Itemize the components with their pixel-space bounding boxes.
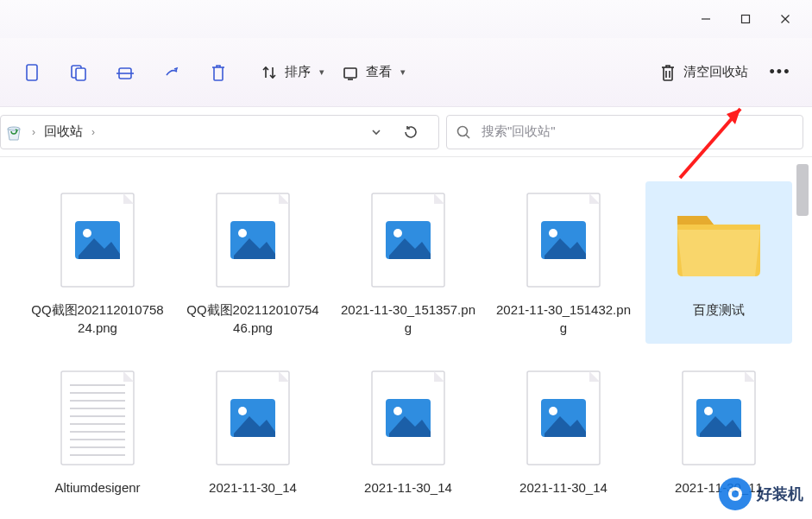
chevron-down-icon: ▾ — [319, 66, 324, 78]
file-name: 2021-11-30_151432.png — [495, 301, 632, 337]
svg-point-27 — [549, 229, 557, 237]
svg-point-18 — [83, 229, 91, 237]
svg-rect-6 — [76, 68, 85, 80]
minimize-button[interactable] — [686, 5, 726, 33]
file-item[interactable]: 2021-11-30_14 — [179, 359, 326, 503]
close-button[interactable] — [765, 5, 805, 33]
breadcrumb[interactable]: 回收站 › — [44, 123, 95, 140]
folder-thumbnail-icon — [667, 188, 771, 292]
file-name: QQ截图20211201075824.png — [29, 301, 166, 337]
svg-point-47 — [549, 407, 557, 415]
titlebar — [0, 0, 812, 38]
text-thumbnail-icon — [46, 366, 149, 470]
scrollbar-thumb[interactable] — [796, 164, 809, 216]
image-thumbnail-icon — [667, 366, 771, 470]
image-thumbnail-icon — [201, 188, 305, 292]
chevron-down-icon: ▾ — [400, 66, 406, 78]
chevron-right-icon: › — [91, 126, 95, 138]
file-item[interactable]: Altiumdesigenr — [24, 359, 171, 503]
svg-point-50 — [704, 407, 713, 415]
empty-recycle-label: 清空回收站 — [683, 64, 748, 80]
svg-point-14 — [458, 126, 468, 136]
crumb-label: 回收站 — [44, 123, 83, 140]
more-button[interactable]: ••• — [757, 55, 803, 90]
image-thumbnail-icon — [356, 188, 460, 292]
watermark: 好装机 — [719, 478, 803, 510]
view-icon — [342, 64, 359, 81]
rename-button[interactable] — [148, 55, 195, 90]
maximize-button[interactable] — [726, 5, 765, 33]
file-name: 2021-11-30_14 — [209, 478, 297, 497]
content-area: QQ截图20211201075824.png QQ截图2021120107544… — [0, 157, 812, 519]
search-icon — [456, 124, 471, 140]
svg-rect-9 — [344, 68, 356, 78]
svg-point-21 — [238, 229, 247, 237]
file-item[interactable]: QQ截图20211201075446.png — [179, 181, 326, 344]
paste-icon — [116, 63, 135, 82]
empty-recycle-bin-button[interactable]: 清空回收站 — [651, 55, 757, 90]
cut-button[interactable] — [9, 55, 55, 90]
svg-rect-4 — [27, 65, 37, 80]
image-thumbnail-icon — [512, 366, 615, 470]
watermark-text: 好装机 — [757, 484, 803, 504]
file-item[interactable]: QQ截图20211201075824.png — [24, 181, 171, 344]
trash-icon — [210, 63, 227, 82]
view-button[interactable]: 查看 ▾ — [333, 55, 414, 90]
rename-icon — [162, 63, 181, 82]
more-icon: ••• — [770, 63, 791, 81]
sort-button[interactable]: 排序 ▾ — [252, 55, 333, 90]
trash-icon — [659, 63, 677, 82]
nav-row: › 回收站 › 搜索"回收站" — [0, 107, 812, 157]
explorer-window: 排序 ▾ 查看 ▾ 清空回收站 ••• › 回收站 — [0, 0, 812, 519]
search-box[interactable]: 搜索"回收站" — [446, 115, 803, 149]
svg-line-15 — [466, 135, 469, 138]
view-label: 查看 — [366, 64, 392, 80]
sort-label: 排序 — [285, 64, 311, 80]
svg-point-41 — [238, 407, 247, 415]
copy-icon — [69, 63, 88, 82]
image-thumbnail-icon — [356, 366, 460, 470]
delete-button[interactable] — [195, 55, 242, 90]
paste-button[interactable] — [102, 55, 148, 90]
image-thumbnail-icon — [201, 366, 305, 470]
file-name: Altiumdesigenr — [54, 478, 140, 497]
cut-icon — [23, 63, 41, 82]
file-name: QQ截图20211201075446.png — [185, 301, 321, 337]
file-item[interactable]: 2021-11-30_151357.png — [335, 181, 482, 344]
file-item[interactable]: 2021-11-30_151432.png — [490, 181, 637, 344]
file-name: 2021-11-30_14 — [364, 478, 452, 497]
image-thumbnail-icon — [46, 188, 149, 292]
chevron-right-icon: › — [32, 126, 35, 138]
file-item[interactable]: 2021-11-30_14 — [335, 359, 482, 503]
search-placeholder: 搜索"回收站" — [482, 123, 556, 140]
svg-point-24 — [393, 229, 402, 237]
image-thumbnail-icon — [512, 188, 615, 292]
recycle-bin-icon — [4, 123, 23, 142]
refresh-button[interactable] — [397, 118, 425, 146]
watermark-logo-icon — [719, 478, 752, 510]
address-bar[interactable]: › 回收站 › — [0, 115, 439, 149]
file-item[interactable]: 2021-11-30_14 — [490, 359, 637, 503]
history-dropdown-button[interactable] — [362, 118, 390, 146]
file-name: 2021-11-30_14 — [519, 478, 607, 497]
svg-point-13 — [8, 127, 20, 130]
svg-rect-1 — [742, 16, 750, 23]
toolbar: 排序 ▾ 查看 ▾ 清空回收站 ••• — [0, 38, 812, 107]
chevron-down-icon — [370, 126, 382, 138]
sort-icon — [261, 64, 278, 81]
folder-item[interactable]: 百度测试 — [645, 181, 792, 344]
file-name: 2021-11-30_151357.png — [340, 301, 476, 337]
file-name: 百度测试 — [693, 301, 745, 319]
file-grid: QQ截图20211201075824.png QQ截图2021120107544… — [24, 181, 795, 503]
copy-button[interactable] — [55, 55, 102, 90]
refresh-icon — [403, 124, 419, 140]
svg-point-44 — [393, 407, 402, 415]
